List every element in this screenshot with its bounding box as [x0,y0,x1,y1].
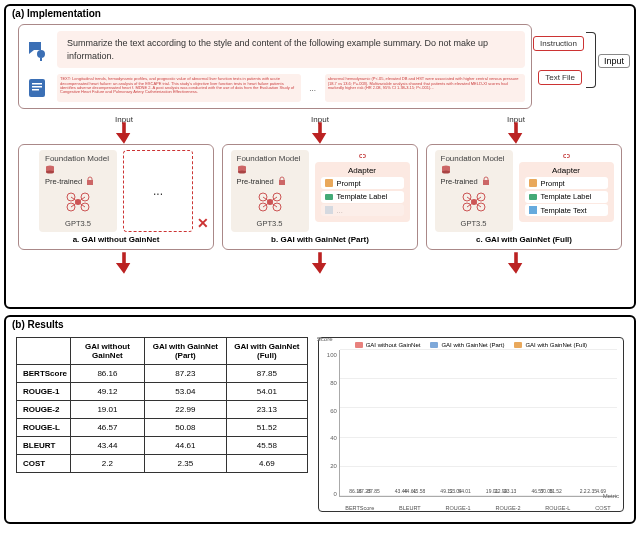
svg-rect-44 [529,206,537,214]
link-icon [357,151,367,161]
svg-point-33 [442,171,450,174]
table-header [17,338,71,365]
svg-rect-42 [529,179,537,187]
arrow-down-icon [311,122,329,144]
label-icon [324,192,334,202]
panel-results: (b) Results GAI without GainNetGAI with … [4,315,636,524]
textfile-row: TEXT: Longitudinal trends, hemodynamic p… [25,74,525,102]
input-composite: Summarize the text according to the styl… [10,24,540,109]
brain-icon [61,187,95,215]
arrow-down-icon [115,252,133,274]
chat-icon [25,38,49,62]
arrows-models-to-results [26,252,614,274]
table-header: GAI with GainNet (Part) [144,338,226,365]
link-icon [561,151,571,161]
svg-rect-20 [279,180,285,185]
instruction-label: Instruction [533,36,584,51]
svg-rect-3 [32,83,42,85]
textfile-label: Text File [538,70,582,85]
results-table: GAI without GainNetGAI with GainNet (Par… [16,337,308,512]
svg-rect-30 [325,206,333,214]
arrow-down-icon [311,252,329,274]
caption-b: b. GAI with GainNet (Part) [228,235,412,244]
panel-b-title: (b) Results [12,319,64,330]
svg-rect-9 [87,180,93,185]
table-row: ROUGE-149.1253.0454.01 [17,383,308,401]
svg-rect-4 [32,86,42,88]
adapter-b: Adapter Prompt Template Label ... [315,162,410,222]
svg-point-8 [46,171,54,174]
foundation-model-b: Foundation Model Pre-trained GPT3.5 [231,150,309,232]
model-c: Foundation Model Pre-trained GPT3.5 Adap… [426,144,622,250]
input-label: Input [598,54,630,68]
swatch-b [430,342,438,348]
svg-rect-1 [40,58,42,61]
svg-point-19 [238,171,246,174]
chart-legend: GAI without GainNet GAI with GainNet (Pa… [325,342,617,348]
bars-area: 86.1687.2387.8543.4444.6145.5849.1253.04… [340,350,617,496]
svg-rect-5 [32,89,39,91]
y-axis-label: Score [317,336,333,342]
text-chunk-1: TEXT: Longitudinal trends, hemodynamic p… [57,74,301,102]
bracket-icon [586,32,596,88]
text-icon [324,205,334,215]
caption-a: a. GAI without GainNet [24,235,208,244]
model-a: Foundation Model Pre-trained GPT3.5 ... … [18,144,214,250]
svg-rect-34 [483,180,489,185]
text-chunk-2: abnormal hemodynamic (P<.05, elevated DB… [325,74,525,102]
prompt-icon [324,178,334,188]
brain-icon [457,187,491,215]
label-icon [528,192,538,202]
panel-a-title: (a) Implementation [12,8,101,19]
model-b: Foundation Model Pre-trained GPT3.5 Adap… [222,144,418,250]
instruction-label-box: Instruction [533,36,584,51]
x-axis-title: Metric [603,493,619,499]
arrow-down-icon [507,122,525,144]
x-mark-icon: ✕ [197,215,209,231]
svg-rect-43 [529,194,537,200]
caption-c: c. GAI with GainNet (Full) [432,235,616,244]
arrow-1: Input [115,115,133,144]
text-icon [528,205,538,215]
swatch-c [514,342,522,348]
foundation-model-c: Foundation Model Pre-trained GPT3.5 [435,150,513,232]
table-row: BLEURT43.4444.6145.58 [17,437,308,455]
db-icon [237,165,247,175]
foundation-model-a: Foundation Model Pre-trained GPT3.5 [39,150,117,232]
svg-rect-28 [325,179,333,187]
arrow-down-icon [115,122,133,144]
instruction-row: Summarize the text according to the styl… [25,31,525,68]
table-row: COST2.22.354.69 [17,455,308,473]
svg-point-0 [37,50,45,58]
instruction-text: Summarize the text according to the styl… [57,31,525,68]
empty-adapter-placeholder: ... [123,150,193,232]
x-axis-labels: BERTScoreBLEURTROUGE-1ROUGE-2ROUGE-LCOST [333,505,623,511]
plot-area: 86.1687.2387.8543.4444.6145.5849.1253.04… [339,350,617,497]
table-header: GAI without GainNet [71,338,145,365]
db-icon [45,165,55,175]
panel-implementation: (a) Implementation Summarize the text ac… [4,4,636,309]
textfile-label-box: Text File [538,70,582,85]
models-row: Foundation Model Pre-trained GPT3.5 ... … [18,144,622,250]
textfile-content: TEXT: Longitudinal trends, hemodynamic p… [57,74,525,102]
prompt-icon [528,178,538,188]
lock-icon [481,176,491,186]
arrows-input-to-models: Input Input Input [26,115,614,144]
y-axis: 100806040200 [325,350,339,509]
brain-icon [253,187,287,215]
table-row: ROUGE-219.0122.9923.13 [17,401,308,419]
lock-icon [85,176,95,186]
arrow-down-icon [507,252,525,274]
db-icon [441,165,451,175]
adapter-c: Adapter Prompt Template Label Template T… [519,162,614,222]
svg-rect-29 [325,194,333,200]
arrow-2: Input [311,115,329,144]
input-box: Summarize the text according to the styl… [18,24,532,109]
table-row: BERTScore86.1687.2387.85 [17,365,308,383]
svg-rect-2 [29,79,45,97]
table-header: GAI with GainNet (Full) [226,338,307,365]
text-chunk-dots: ... [305,74,321,102]
lock-icon [277,176,287,186]
document-icon [25,76,49,100]
arrow-3: Input [507,115,525,144]
